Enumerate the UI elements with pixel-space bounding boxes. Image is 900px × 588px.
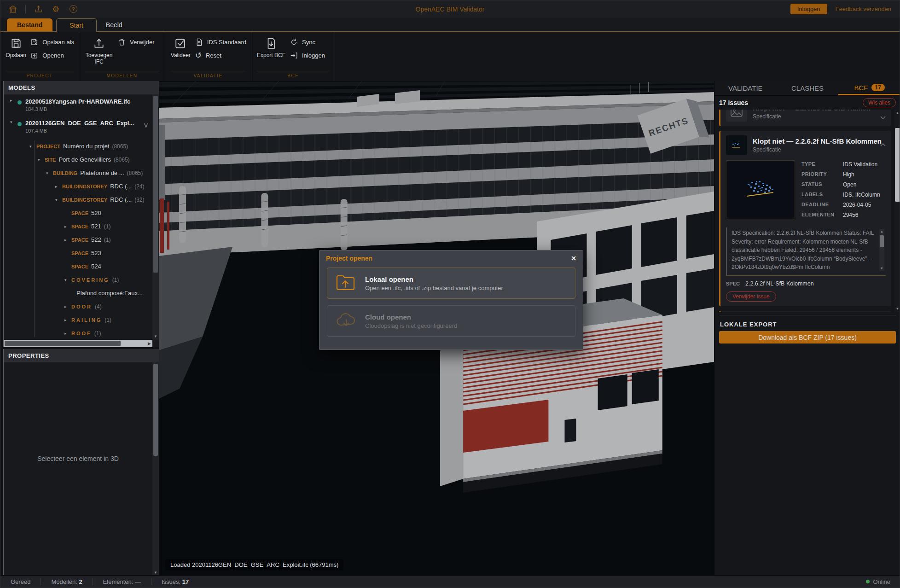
issues-count: 17 issues (719, 99, 748, 106)
delete-button[interactable]: Verwijder (118, 38, 154, 46)
group-project: Opslaan Opslaan als Openen PROJECT (0, 32, 79, 81)
chevron-down-icon[interactable] (880, 113, 886, 122)
issue-preview-image[interactable] (726, 160, 795, 219)
scroll-down-arrow-icon[interactable]: ▼ (879, 267, 884, 270)
tree-item-railing[interactable]: ▸ RAILING (1) (4, 313, 152, 326)
close-icon[interactable]: ✕ (571, 255, 576, 262)
issue-card-next[interactable]: Klopt niet — 2.2.6.2g NL-SfB Balken Spec… (719, 311, 891, 312)
models-vertical-scrollbar[interactable]: ▼ (152, 94, 159, 340)
tab-start[interactable]: Start (56, 18, 97, 32)
load-status-toast: Loaded 20201126GEN_DOE_GSE_ARC_Exploit.i… (165, 559, 343, 571)
scroll-up-arrow-icon[interactable]: ▲ (879, 230, 884, 233)
expand-arrow-icon[interactable]: ▾ (38, 157, 45, 162)
open-folder-icon (30, 52, 38, 59)
online-dot-icon (866, 580, 870, 583)
reset-button[interactable]: ↺ Reset (195, 52, 246, 59)
delete-issue-button[interactable]: Verwijder issue (726, 291, 776, 302)
issue-card-main[interactable]: Klopt niet — 2.2.6.2f NL-SfB Kolommen Sp… (719, 131, 891, 306)
tree-item-roof[interactable]: ▸ ROOF (1) (4, 326, 152, 340)
tab-bcf[interactable]: BCF 17 (838, 81, 900, 95)
issue-list-scrollbar[interactable]: ▲ ▼ (894, 110, 900, 312)
home-building-icon[interactable] (8, 4, 18, 14)
scroll-down-arrow-icon[interactable]: ▼ (152, 571, 159, 575)
clear-all-button[interactable]: Wis alles (863, 98, 896, 107)
title-bar: ⚙ ? OpenAEC BIM Validator Inloggen Feedb… (0, 0, 900, 17)
tree-item-storey-1[interactable]: ▸ BUILDINGSTOREY RDC (... (24) (4, 180, 152, 193)
collapse-arrow-icon[interactable]: ▸ (55, 184, 62, 189)
save-as-button[interactable]: Opslaan als (30, 38, 74, 46)
models-horizontal-scrollbar[interactable]: ▶ (4, 340, 152, 347)
divider (25, 5, 26, 13)
export-bcf-button[interactable]: Export BCF (256, 35, 286, 58)
tree-item-project[interactable]: ▾ PROJECT Numéro du projet (8065) (4, 140, 152, 153)
group-label-project: PROJECT (6, 71, 73, 81)
issue-description-box[interactable]: IDS Specification: 2.2.6.2f NL-SfB Kolom… (726, 227, 886, 276)
expand-arrow-icon[interactable]: ▾ (29, 144, 36, 149)
properties-header: PROPERTIES (4, 349, 159, 362)
expand-arrow-icon[interactable]: ▾ (64, 278, 71, 282)
tree-item-space-521[interactable]: ▸ SPACE 521 (1) (4, 220, 152, 233)
scroll-thumb[interactable] (880, 235, 884, 247)
expand-arrow-icon[interactable]: ▾ (10, 120, 17, 124)
open-local-option[interactable]: Lokaal openen Open een .ifc, .ids of .zi… (327, 268, 575, 299)
ids-standard-button[interactable]: IDS Standaard (195, 38, 246, 46)
tab-bestand[interactable]: Bestand (7, 18, 52, 31)
cloud-download-icon (336, 311, 357, 331)
validate-button[interactable]: Valideer (170, 35, 192, 58)
collapse-arrow-icon[interactable]: ▸ (64, 331, 71, 336)
tab-validatie[interactable]: VALIDATIE (714, 81, 777, 95)
tree-item-space-524[interactable]: SPACE 524 (4, 260, 152, 273)
tree-file-1[interactable]: ▸ 20200518Yangsan Pr-HARDWARE.ifc 184.3 … (4, 96, 152, 118)
scroll-thumb[interactable] (895, 128, 900, 202)
scroll-down-arrow-icon[interactable]: ▼ (894, 307, 900, 311)
expand-arrow-icon[interactable]: ▾ (55, 198, 62, 202)
expand-arrow-icon[interactable]: ▾ (46, 171, 53, 175)
collapse-arrow-icon[interactable]: ▸ (10, 98, 17, 103)
scroll-up-arrow-icon[interactable]: ▲ (894, 111, 900, 115)
group-validatie: Valideer IDS Standaard ↺ Reset VALIDATIE (165, 32, 251, 81)
properties-vertical-scrollbar[interactable]: ▼ (152, 362, 159, 576)
collapse-arrow-icon[interactable]: ▸ (64, 238, 71, 242)
tree-item-plafond[interactable]: Plafond composé:Faux... (4, 286, 152, 300)
collapse-arrow-icon[interactable]: ▸ (64, 318, 71, 322)
scroll-down-arrow-icon[interactable]: ▼ (152, 334, 159, 338)
open-cloud-option[interactable]: Cloud openen Cloudopslag is niet geconfi… (327, 305, 575, 337)
collapse-arrow-icon[interactable]: ▸ (64, 224, 71, 229)
help-icon[interactable]: ? (68, 4, 78, 14)
ribbon-login-button[interactable]: Inloggen (290, 52, 325, 59)
login-button[interactable]: Inloggen (790, 4, 827, 14)
open-button[interactable]: Openen (30, 52, 74, 59)
issue-card-prev[interactable]: Klopt niet — 2.2.6.2e NL-SfB Ramen Speci… (719, 110, 891, 126)
gear-icon[interactable]: ⚙ (51, 4, 61, 14)
online-status: Online (866, 578, 890, 585)
tree-item-space-520[interactable]: SPACE 520 (4, 206, 152, 220)
tree-item-site[interactable]: ▾ SITE Port de Genevilliers (8065) (4, 153, 152, 166)
feedback-link[interactable]: Feedback verzenden (836, 6, 891, 12)
bcf-count-badge: 17 (871, 84, 885, 91)
add-ifc-button[interactable]: Toevoegen IFC (84, 35, 114, 65)
collapse-arrow-icon[interactable]: ▸ (64, 304, 71, 309)
tree-item-covering[interactable]: ▾ COVERING (1) (4, 273, 152, 286)
sync-button[interactable]: Sync (290, 38, 325, 46)
models-panel: MODELS ▸ 20200518Yangsan Pr-HARDWARE.ifc… (3, 81, 159, 347)
tree-item-door[interactable]: ▸ DOOR (4) (4, 300, 152, 313)
tree-file-2[interactable]: ▾ 20201126GEN_DOE_GSE_ARC_Expl... 107.4 … (4, 118, 152, 140)
scroll-thumb[interactable] (153, 364, 158, 456)
scroll-right-arrow-icon[interactable]: ▶ (148, 341, 151, 346)
status-models: Modellen: 2 (41, 578, 92, 585)
download-bcf-zip-button[interactable]: Download als BCF ZIP (17 issues) (719, 331, 896, 343)
scroll-thumb[interactable] (5, 341, 121, 346)
upload-icon[interactable] (33, 4, 43, 14)
tree-item-storey-2[interactable]: ▾ BUILDINGSTOREY RDC (... (32) (4, 193, 152, 206)
group-label-validatie: VALIDATIE (171, 71, 245, 81)
chevron-up-icon[interactable] (880, 140, 886, 148)
save-button[interactable]: Opslaan (5, 35, 27, 58)
tree-item-building[interactable]: ▾ BUILDING Plateforme de ... (8065) (4, 166, 152, 180)
tab-beeld[interactable]: Beeld (97, 18, 132, 31)
scroll-thumb[interactable] (153, 96, 158, 273)
visibility-check[interactable]: V (144, 122, 148, 129)
tree-item-space-523[interactable]: SPACE 523 (4, 246, 152, 260)
tab-clashes[interactable]: CLASHES (777, 81, 839, 95)
tree-item-space-522[interactable]: ▸ SPACE 522 (1) (4, 233, 152, 246)
description-scrollbar[interactable]: ▲ ▼ (879, 229, 884, 271)
